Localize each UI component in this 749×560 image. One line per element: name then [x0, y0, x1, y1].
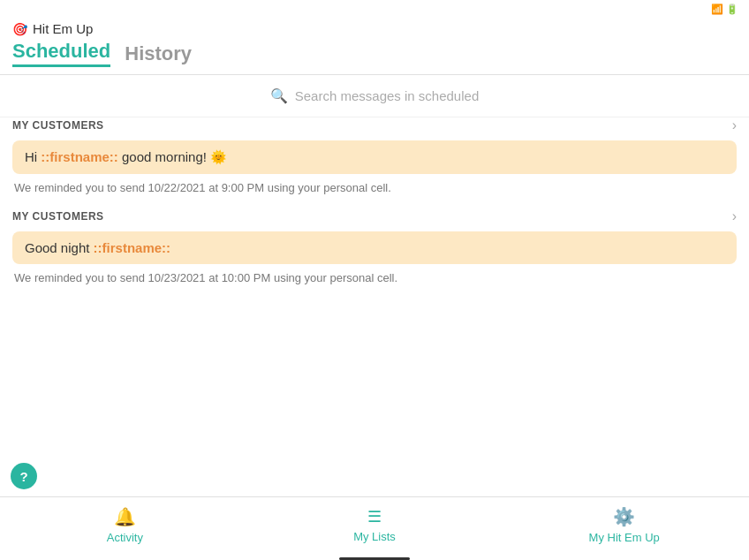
settings-icon: ⚙️: [613, 506, 635, 527]
help-button[interactable]: ?: [11, 463, 37, 489]
activity-icon: 🔔: [114, 506, 136, 527]
message-1-text: Hi: [25, 149, 41, 164]
section-2-chevron: ›: [732, 208, 737, 224]
tab-scheduled[interactable]: Scheduled: [12, 40, 110, 67]
my-lists-icon: ☰: [367, 507, 382, 526]
section-1-header[interactable]: MY CUSTOMERS ›: [12, 117, 737, 133]
app-title-icon: 🎯: [12, 22, 27, 36]
status-icons: 📶 🔋: [711, 4, 738, 15]
reminder-text-1: We reminded you to send 10/22/2021 at 9:…: [12, 181, 737, 194]
tab-history[interactable]: History: [125, 42, 192, 67]
message-bubble-2: Good night ::firstname::: [12, 231, 737, 264]
search-bar[interactable]: 🔍 Search messages in scheduled: [270, 87, 479, 104]
help-icon: ?: [19, 469, 27, 484]
nav-item-my-lists[interactable]: ☰ My Lists: [250, 507, 500, 543]
reminder-text-2: We reminded you to send 10/23/2021 at 10…: [12, 271, 737, 284]
activity-label: Activity: [107, 531, 143, 544]
search-container: 🔍 Search messages in scheduled: [0, 75, 749, 117]
search-icon: 🔍: [270, 87, 288, 104]
section-1-chevron: ›: [732, 117, 737, 133]
section-2-label: MY CUSTOMERS: [12, 210, 104, 223]
section-2-header[interactable]: MY CUSTOMERS ›: [12, 208, 737, 224]
message-1-suffix: good morning! 🌞: [118, 149, 227, 164]
my-hit-em-up-label: My Hit Em Up: [589, 531, 660, 544]
section-1-label: MY CUSTOMERS: [12, 119, 104, 132]
section-1: MY CUSTOMERS › Hi ::firstname:: good mor…: [0, 117, 749, 194]
nav-item-my-hit-em-up[interactable]: ⚙️ My Hit Em Up: [499, 506, 749, 544]
status-bar: 📶 🔋: [0, 0, 749, 18]
app-title-row: 🎯 Hit Em Up: [12, 21, 737, 36]
message-bubble-1: Hi ::firstname:: good morning! 🌞: [12, 140, 737, 174]
search-placeholder: Search messages in scheduled: [295, 88, 479, 103]
app-header: 🎯 Hit Em Up Scheduled History: [0, 18, 749, 75]
bottom-nav: 🔔 Activity ☰ My Lists ⚙️ My Hit Em Up: [0, 496, 749, 560]
section-2: MY CUSTOMERS › Good night ::firstname:: …: [0, 208, 749, 284]
message-1-tag: ::firstname::: [41, 149, 118, 164]
message-2-tag: ::firstname::: [94, 240, 171, 255]
nav-item-activity[interactable]: 🔔 Activity: [0, 506, 250, 544]
message-2-text: Good night: [25, 240, 94, 255]
app-title: Hit Em Up: [33, 21, 93, 36]
my-lists-label: My Lists: [353, 530, 396, 543]
tabs-row: Scheduled History: [12, 40, 737, 67]
